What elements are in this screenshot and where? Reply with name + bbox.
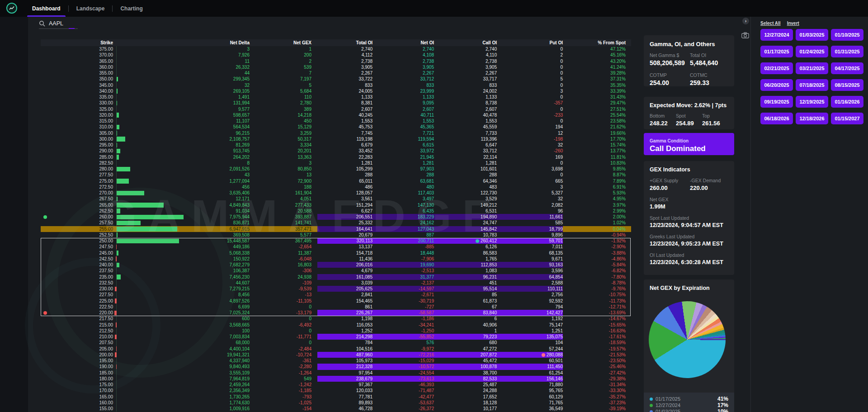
table-row[interactable]: 265.004,849,843277,433151,294147,130149,… (41, 202, 631, 208)
table-row[interactable]: 325.009,5773892,6072,6072,607027.51% (41, 106, 631, 112)
chevron-right-icon[interactable]: › (742, 18, 749, 24)
table-row[interactable]: 272.5045618848648048336.91% (41, 184, 631, 190)
search-input[interactable] (48, 19, 80, 28)
expiry-date-button[interactable]: 01/10/2025 (831, 29, 863, 41)
expiry-date-button[interactable]: 01/24/2025 (796, 46, 828, 57)
table-row[interactable]: 195.004,337,940-361105,973-15,02945,4726… (41, 358, 631, 364)
table-row[interactable]: 225.004,897,526-11,105154,465-30,71961,8… (41, 298, 631, 304)
table-row[interactable]: 175.002,459,264-1,24297,367-46,39325,487… (41, 382, 631, 388)
table-row[interactable]: 285.00264,20213,36322,28321,94522,114169… (41, 154, 631, 160)
cell-call-oi: 483 (434, 185, 497, 189)
table-row[interactable]: 160.001,774,630-1,02589,893-53,63718,128… (41, 400, 631, 406)
table-row[interactable]: 277.50431328828828808.87% (41, 172, 631, 178)
expiry-date-button[interactable]: 07/18/2025 (796, 79, 828, 91)
table-row[interactable]: 280.002,091,52680,850105,29997,903101,60… (41, 166, 631, 172)
table-row[interactable]: 210.007,003,834-11,771214,298-55,85279,2… (41, 334, 631, 340)
table-row[interactable]: 155.001,009,916-15446,728-26,37210,17736… (41, 406, 631, 412)
table-row[interactable]: 290.00913,74520,20133,45233,97233,712-26… (41, 148, 631, 154)
table-row[interactable]: 335.001,4911101,1331,1331,133031.43% (41, 94, 631, 100)
table-row[interactable]: 305.0096,2153,2597,7457,7217,7331219.66% (41, 130, 631, 136)
table-row[interactable]: 315.0011,1074501,5531,5531,553023.58% (41, 118, 631, 124)
table-row[interactable]: 212.5010001,252-1,25011,251-16.63% (41, 328, 631, 334)
camera-icon[interactable] (741, 32, 749, 40)
table-row[interactable]: 252.50369,5085,57720,67988710,7839,896-0… (41, 232, 631, 238)
table-row[interactable]: 375.00312,7402,7402,740047.12% (41, 46, 631, 52)
expiry-date-button[interactable]: 03/21/2025 (796, 62, 828, 74)
table-row[interactable]: 237.50106,387-3064,679-2,5131,0833,596-6… (41, 268, 631, 274)
table-row[interactable]: 240.007,682,27916,803206,01619,690112,85… (41, 262, 631, 268)
expiry-date-button[interactable]: 01/31/2025 (831, 46, 863, 57)
table-row[interactable]: 205.004,400,104-2,484104,516-9,97247,272… (41, 346, 631, 352)
select-all-link[interactable]: Select All (760, 21, 781, 26)
expiry-date-button[interactable]: 06/18/2026 (760, 113, 793, 124)
table-row[interactable]: 370.007,9262004,1124,1084,110245.16% (41, 52, 631, 58)
expiry-date-button[interactable]: 08/15/2025 (831, 79, 863, 91)
table-row[interactable]: 207.5068,0000784576680104-18.59% (41, 340, 631, 346)
table-row[interactable]: 165.001,730,265-79377,781-42,47717,65260… (41, 394, 631, 400)
table-row[interactable]: 227.508,456-132,841-2,671852,756-10.75% (41, 292, 631, 298)
expiry-date-button[interactable]: 04/17/2025 (831, 62, 863, 74)
table-row[interactable]: 222.506,6990861-72767794-12.71% (41, 304, 631, 310)
tab-landscape[interactable]: Landscape (71, 0, 111, 17)
table-row[interactable]: 200.0019,941,321-10,724487,960-72,216207… (41, 352, 631, 358)
stat-label: Spot (676, 113, 702, 118)
table-row[interactable]: 245.005,068,33811,387154,71818,44886,583… (41, 250, 631, 256)
table-row[interactable]: 190.009,840,493-2,280212,328-10,572100,8… (41, 364, 631, 369)
table-row[interactable]: 220.007,025,324-13,179226,267-58,58783,8… (41, 310, 631, 316)
cell-net-delta: 15,448,587 (113, 238, 250, 243)
table-row[interactable]: 295.0081,2693,3346,6796,6156,6473215.74% (41, 142, 631, 148)
table-row[interactable]: 170.002,356,349-1,185120,033-71,48724,28… (41, 388, 631, 393)
table-row[interactable]: 255.006,947,915357,471164,641127,043145,… (41, 226, 631, 232)
table-row[interactable]: 330.00131,9942,7808,3819,0958,738-35729.… (41, 100, 631, 106)
legend-dot (650, 398, 653, 401)
expiry-date-button[interactable]: 12/19/2025 (796, 96, 828, 108)
table-row[interactable]: 320.00598,65714,21840,24540,71140,478-23… (41, 112, 631, 118)
expiry-date-button[interactable]: 01/03/2025 (796, 29, 828, 41)
table-row[interactable]: 180.007,964,819549238,679-73,61382,53315… (41, 376, 631, 382)
tab-dashboard[interactable]: Dashboard (26, 0, 66, 17)
expiry-date-button[interactable]: 01/16/2026 (831, 96, 863, 108)
expiry-date-button[interactable]: 12/27/2024 (760, 29, 793, 41)
table-row[interactable]: 275.001,277,09472,90065,01163,68164,3466… (41, 178, 631, 184)
cell-pct-from-spot: -37.23% (563, 400, 631, 405)
cell-net-delta: 7,926 (113, 52, 250, 57)
table-row[interactable]: 267.5012,1714,0513,5613,4973,529324.95% (41, 196, 631, 202)
expiry-date-button[interactable]: 06/20/2025 (760, 79, 793, 91)
table-row[interactable]: 310.00564,53415,12945,75345,36545,559194… (41, 124, 631, 130)
table-row[interactable]: 282.50831,2811,2811,281010.83% (41, 160, 631, 166)
table-row[interactable]: 350.00299,3457,19733,72233,71233,717537.… (41, 76, 631, 82)
table-row[interactable]: 260.007,975,944393,887206,551183,229194,… (41, 214, 631, 220)
table-row[interactable]: 262.5091,03420,5886,6276,4356,531962.99% (41, 208, 631, 214)
expiry-date-button[interactable]: 01/17/2025 (760, 46, 793, 57)
table-row[interactable]: 250.0015,448,587367,495320,113200,711260… (41, 238, 631, 244)
expiry-date-button[interactable]: 12/18/2026 (796, 113, 828, 124)
table-row[interactable]: 185.003,555,109-1,26497,954-24,55438,700… (41, 370, 631, 376)
expiry-date-button[interactable]: 02/21/2025 (760, 62, 793, 74)
table-row[interactable]: 235.007,456,23024,938161,08531,37796,231… (41, 274, 631, 280)
tab-charting[interactable]: Charting (114, 0, 148, 17)
table-row[interactable]: 340.00269,1055,68424,00523,99924,002333.… (41, 88, 631, 94)
table-row[interactable]: 217.5060001,198-1,18661,192-14.67% (41, 316, 631, 322)
expiry-date-button[interactable]: 09/19/2025 (760, 96, 793, 108)
cell-put-oi: 71,880 (497, 382, 563, 387)
table-row[interactable]: 355.004472,2672,2672,267039.28% (41, 70, 631, 76)
app-logo-icon[interactable] (6, 3, 17, 14)
cell-total-oi: 20,679 (311, 232, 373, 237)
table-row[interactable]: 365.001122,7382,7382,738043.20% (41, 58, 631, 64)
cell-total-oi: 3,905 (311, 65, 373, 70)
table-row[interactable]: 247.50449,186-2,65413,137-8856,1267,011-… (41, 244, 631, 250)
table-row[interactable]: 360.0026,3325393,9053,9053,905041.24% (41, 64, 631, 70)
expiry-date-button[interactable]: 01/15/2027 (831, 113, 863, 124)
cell-net-delta: 68,000 (113, 340, 250, 345)
invert-link[interactable]: Invert (787, 21, 799, 26)
table-row[interactable]: 230.007,279,215-9,539205,625-14,59795,51… (41, 286, 631, 292)
table-row[interactable]: 242.50150,922-6,04811,436-7,9061,7659,67… (41, 256, 631, 262)
table-row[interactable]: 257.50836,871141,74125,33224,16224,74758… (41, 220, 631, 226)
stat-label: Greeks Last Updated (650, 234, 728, 239)
table-row[interactable]: 232.5044,607-1093,039-2,1374512,588-8.78… (41, 280, 631, 286)
cell-net-gex: 450 (250, 118, 311, 123)
table-row[interactable]: 270.003,635,406161,904128,057117,403122,… (41, 190, 631, 196)
table-row[interactable]: 215.003,568,665-6,492116,053-34,24140,90… (41, 322, 631, 328)
table-row[interactable]: 345.00325833833833035.35% (41, 82, 631, 88)
table-row[interactable]: 300.002,108,75750,317119,198119,594119,3… (41, 136, 631, 142)
